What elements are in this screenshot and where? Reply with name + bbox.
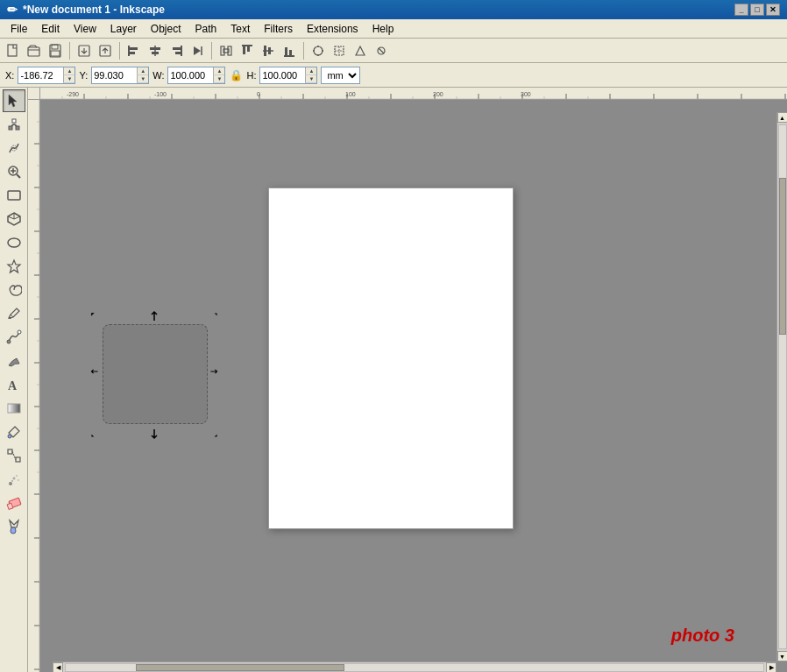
y-field[interactable]: ▲ ▼ [91,67,149,84]
align-center-button[interactable] [145,41,165,60]
lock-aspect-button[interactable]: 🔒 [229,68,243,82]
tool-pen[interactable] [3,326,25,349]
snap-button[interactable] [308,41,328,60]
tool-selector[interactable] [3,89,25,112]
y-input[interactable] [92,70,136,81]
scroll-track-v[interactable] [778,124,787,649]
svg-point-56 [7,340,11,343]
w-decrement[interactable]: ▼ [213,75,224,83]
scroll-down-button[interactable]: ▼ [777,651,788,661]
tool-ellipse[interactable] [3,231,25,254]
h-increment[interactable]: ▲ [305,67,316,75]
tool-dropper[interactable] [3,421,25,443]
menu-extensions[interactable]: Extensions [300,21,365,37]
handle-topmid[interactable] [150,312,159,321]
scrollbar-horizontal[interactable]: ◀ ▶ [53,661,776,672]
tool-eraser[interactable] [3,492,25,514]
svg-text:-100: -100 [154,91,167,97]
tool-pencil[interactable] [3,302,25,325]
handle-midleft[interactable] [90,367,99,376]
svg-line-51 [14,216,20,219]
export-button[interactable] [96,41,115,60]
menu-text[interactable]: Text [223,21,257,37]
x-label: X: [5,70,14,81]
canvas-area[interactable]: -290 -100 0 100 200 300 [28,88,787,672]
save-button[interactable] [46,41,65,60]
scrollbar-vertical[interactable]: ▲ ▼ [776,112,787,661]
menu-edit[interactable]: Edit [34,21,67,37]
scroll-thumb-h[interactable] [136,664,345,671]
tool-calligraphy[interactable] [3,350,25,372]
selected-object[interactable] [89,310,220,440]
svg-rect-4 [51,51,60,56]
unit-selector[interactable]: mm px cm in pt [321,67,360,84]
w-label: W: [152,70,164,81]
svg-rect-41 [12,119,16,123]
scroll-up-button[interactable]: ▲ [777,112,788,123]
menu-file[interactable]: File [4,21,34,37]
open-button[interactable] [25,41,44,60]
minimize-button[interactable]: _ [734,4,748,16]
svg-rect-12 [152,52,159,54]
x-decrement[interactable]: ▼ [63,75,74,83]
snap2-button[interactable] [330,41,349,60]
main-area: A [0,88,787,672]
rectangle-object[interactable] [103,324,208,424]
align-right-button[interactable] [167,41,186,60]
tool-text[interactable]: A [3,373,25,396]
tool-paint-bucket[interactable] [3,515,25,538]
w-input[interactable] [168,70,212,81]
h-spinners: ▲ ▼ [305,67,316,83]
tool-gradient[interactable] [3,397,25,420]
menu-object[interactable]: Object [144,21,188,37]
tool-spray[interactable] [3,468,25,491]
x-input[interactable] [18,70,62,81]
y-decrement[interactable]: ▼ [137,75,148,83]
scroll-left-button[interactable]: ◀ [53,662,63,673]
scroll-thumb-v[interactable] [779,178,786,335]
tool-node-editor[interactable] [3,113,25,136]
h-decrement[interactable]: ▼ [305,75,316,83]
x-field[interactable]: ▲ ▼ [18,67,75,84]
w-increment[interactable]: ▲ [213,67,224,75]
tool-star[interactable] [3,255,25,278]
handle-bottomleft[interactable] [90,429,99,438]
x-increment[interactable]: ▲ [63,67,74,75]
align-vcenter-button[interactable] [259,41,278,60]
scroll-track-h[interactable] [65,663,764,672]
menu-layer[interactable]: Layer [103,21,144,37]
align-distribute-button[interactable] [216,41,236,60]
tool-spiral[interactable] [3,279,25,301]
y-increment[interactable]: ▲ [137,67,148,75]
close-button[interactable]: ✕ [766,4,780,16]
handle-midright[interactable] [209,367,218,376]
align-bottom-button[interactable] [280,41,299,60]
svg-text:A: A [8,379,18,393]
handle-topleft[interactable] [90,312,99,321]
align-left-button[interactable] [124,41,144,60]
snap3-button[interactable] [351,41,370,60]
h-field[interactable]: ▲ ▼ [259,67,317,84]
tool-tweak[interactable] [3,137,25,159]
menu-help[interactable]: Help [365,21,401,37]
menu-filters[interactable]: Filters [257,21,300,37]
drawing-canvas[interactable]: photo 3 ◀ ▶ ▲ ▼ [40,100,787,672]
tool-rectangle[interactable] [3,184,25,207]
scroll-right-button[interactable]: ▶ [766,662,776,673]
maximize-button[interactable]: □ [750,4,764,16]
snap4-button[interactable] [372,41,391,60]
handle-topright[interactable] [209,312,218,321]
tool-zoom[interactable] [3,160,25,183]
align-top-button[interactable] [238,41,257,60]
handle-bottomright[interactable] [209,429,218,438]
tool-connector[interactable] [3,444,25,467]
tool-3d-box[interactable] [3,208,25,230]
w-field[interactable]: ▲ ▼ [167,67,225,84]
import-button[interactable] [74,41,94,60]
flip-button[interactable] [188,41,207,60]
handle-bottommid[interactable] [150,429,159,438]
h-input[interactable] [260,70,304,81]
menu-path[interactable]: Path [188,21,224,37]
new-button[interactable] [4,41,23,60]
menu-view[interactable]: View [67,21,103,37]
